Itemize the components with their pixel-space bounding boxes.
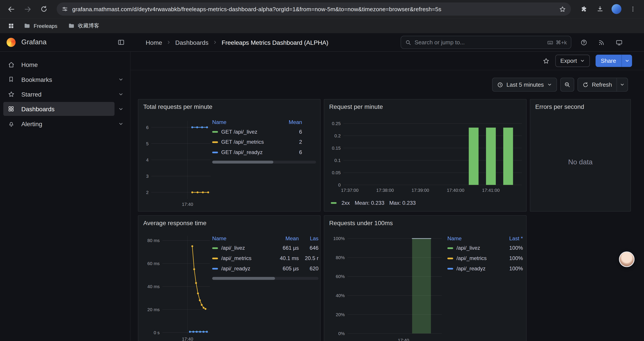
sidebar-item-bookmarks[interactable]: Bookmarks — [3, 72, 127, 87]
time-range-picker[interactable]: Last 5 minutes — [492, 78, 557, 92]
bookmark-star-icon[interactable] — [559, 6, 566, 13]
site-info-icon[interactable] — [62, 6, 68, 12]
svg-text:80 ms: 80 ms — [147, 238, 160, 243]
news-rss-icon[interactable] — [598, 39, 605, 46]
svg-text:5: 5 — [146, 141, 148, 146]
legend-header-last[interactable]: Last * — [500, 235, 523, 241]
svg-text:40%: 40% — [336, 293, 345, 298]
star-icon — [8, 91, 15, 98]
legend-header-name[interactable]: Name — [212, 119, 273, 125]
series-swatch — [212, 257, 218, 259]
legend-header-mean[interactable]: Mean — [273, 235, 299, 241]
legend-scrollbar[interactable] — [212, 277, 318, 280]
legend-scrollbar[interactable] — [212, 161, 316, 163]
average-response-time-chart[interactable]: 80 ms60 ms40 ms20 ms0 s17:40 — [142, 230, 212, 341]
dashboard-toolbar: Export Share — [130, 52, 644, 70]
refresh-button[interactable]: Refresh — [578, 78, 616, 91]
request-per-minute-chart[interactable]: 0.250.20.150.10.05017:37:0017:38:0017:39… — [328, 114, 524, 197]
legend-header-name[interactable]: Name — [212, 235, 273, 241]
address-bar[interactable]: grafana.mathmast.com/d/deytv4rwavabkb/fr… — [56, 3, 571, 16]
header-icons — [572, 39, 644, 46]
legend-header-name[interactable]: Name — [448, 235, 500, 241]
svg-text:17:38:00: 17:38:00 — [376, 188, 394, 193]
arrow-left-icon — [7, 5, 15, 13]
breadcrumb-dashboards[interactable]: Dashboards — [175, 39, 208, 46]
legend-series-name[interactable]: 2xx — [342, 200, 350, 206]
display-monitor-icon[interactable] — [616, 39, 623, 46]
series-swatch — [448, 268, 453, 269]
chevron-down-icon[interactable] — [114, 92, 127, 97]
export-button[interactable]: Export — [556, 55, 590, 67]
panel-legend: Name Last * /api/_livez 100% /api/_metri… — [448, 234, 523, 274]
legend-row[interactable]: /api/_readyz 605 µs 620 — [212, 263, 318, 274]
legend-row[interactable]: GET /api/_readyz 6 — [212, 147, 316, 157]
legend-row[interactable]: /api/_readyz 100% — [448, 263, 523, 274]
chevron-right-icon — [166, 40, 171, 45]
zoom-out-button[interactable] — [560, 78, 574, 92]
requests-under-100ms-chart[interactable]: 100%80%60%40%20%0%17:40 — [328, 230, 445, 341]
svg-text:3: 3 — [146, 174, 148, 179]
extensions-icon[interactable] — [577, 2, 591, 16]
legend-row[interactable]: /api/_metrics 40.1 ms 20.5 r — [212, 253, 318, 263]
share-split-button: Share — [595, 55, 632, 67]
apps-grid-icon[interactable] — [6, 21, 16, 31]
total-requests-chart[interactable]: 6543217:40 — [142, 114, 214, 208]
chevron-down-icon[interactable] — [114, 77, 127, 82]
panel-title[interactable]: Average response time — [143, 219, 206, 226]
panel-title[interactable]: Requests under 100ms — [329, 219, 393, 226]
legend-row[interactable]: /api/_livez 100% — [448, 243, 523, 253]
browser-toolbar: grafana.mathmast.com/d/deytv4rwavabkb/fr… — [0, 0, 644, 18]
svg-text:100%: 100% — [333, 236, 345, 241]
sidebar-item-label: Alerting — [21, 120, 42, 127]
profile-avatar[interactable] — [610, 2, 624, 16]
svg-text:0.2: 0.2 — [334, 133, 341, 138]
panel-title[interactable]: Total requests per minute — [143, 103, 212, 110]
downloads-icon[interactable] — [593, 2, 607, 16]
sidebar-toggle-icon[interactable] — [118, 39, 125, 46]
legend-row[interactable]: /api/_metrics 100% — [448, 253, 523, 263]
legend-header-mean[interactable]: Mean — [273, 119, 316, 125]
sidebar-item-alerting[interactable]: Alerting — [3, 117, 127, 131]
legend-row[interactable]: /api/_livez 661 µs 646 — [212, 243, 318, 253]
panel-average-response-time: Average response time 80 ms60 ms40 ms20 … — [138, 215, 320, 341]
sidebar-item-starred[interactable]: Starred — [3, 87, 127, 101]
chevron-down-icon — [624, 58, 629, 63]
series-swatch — [212, 141, 218, 143]
help-icon[interactable] — [580, 39, 588, 46]
sidebar: Home Bookmarks Starred — [0, 52, 130, 341]
avatar — [612, 4, 622, 14]
bookmark-item-blogs[interactable]: 收藏博客 — [65, 21, 102, 31]
forward-button[interactable] — [20, 2, 35, 16]
share-button[interactable]: Share — [595, 55, 622, 67]
menu-kebab-icon[interactable] — [626, 2, 640, 16]
chevron-down-icon[interactable] — [114, 106, 127, 112]
legend-header-last[interactable]: Las — [299, 235, 318, 241]
feedback-avatar[interactable] — [619, 251, 634, 267]
breadcrumb-home[interactable]: Home — [146, 39, 162, 46]
legend-max: Max: 0.233 — [389, 200, 416, 206]
svg-text:2: 2 — [146, 190, 148, 195]
sidebar-item-dashboards[interactable]: Dashboards — [3, 102, 127, 116]
svg-text:60%: 60% — [336, 274, 345, 279]
series-swatch — [331, 202, 336, 203]
panel-legend: Name Mean GET /api/_livez 6 GET /api/_me… — [212, 118, 316, 164]
bookmark-label: Freeleaps — [34, 23, 58, 29]
legend-row[interactable]: GET /api/_metrics 2 — [212, 137, 316, 147]
panel-title[interactable]: Request per minute — [329, 103, 383, 110]
sidebar-item-home[interactable]: Home — [3, 58, 127, 72]
panel-title[interactable]: Errors per second — [535, 103, 584, 110]
no-data-message: No data — [530, 113, 630, 211]
refresh-interval-caret[interactable] — [616, 78, 628, 91]
search-input[interactable]: Search or jump to... ⌘+k — [401, 36, 572, 49]
series-swatch — [448, 257, 453, 259]
share-caret-button[interactable] — [622, 55, 632, 67]
chevron-down-icon[interactable] — [114, 121, 127, 126]
svg-text:17:39:00: 17:39:00 — [412, 188, 429, 193]
legend-row[interactable]: GET /api/_livez 6 — [212, 127, 316, 137]
favorite-star-icon[interactable] — [543, 57, 550, 64]
bookmark-item-freeleaps[interactable]: Freeleaps — [20, 21, 61, 31]
reload-button[interactable] — [37, 2, 51, 16]
back-button[interactable] — [4, 2, 18, 16]
svg-text:0.25: 0.25 — [332, 121, 341, 126]
bookmark-icon — [8, 76, 15, 83]
